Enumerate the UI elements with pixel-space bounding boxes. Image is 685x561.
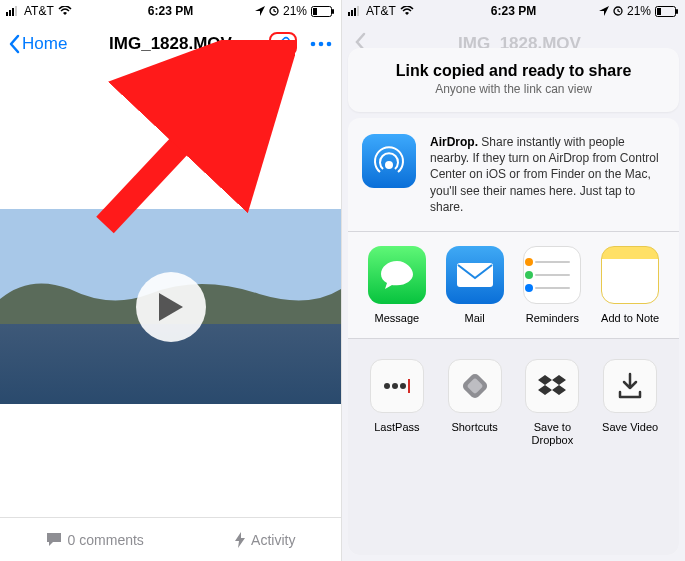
svg-rect-15 bbox=[357, 6, 359, 16]
app-label: Reminders bbox=[526, 312, 579, 324]
message-icon bbox=[368, 246, 426, 304]
airdrop-row[interactable]: AirDrop. Share instantly with people nea… bbox=[348, 118, 679, 231]
svg-rect-12 bbox=[348, 12, 350, 16]
action-label: Save Video bbox=[602, 421, 658, 434]
play-button[interactable] bbox=[136, 272, 206, 342]
back-label: Home bbox=[22, 34, 67, 54]
share-app-reminders[interactable]: Reminders bbox=[514, 246, 592, 324]
svg-rect-3 bbox=[15, 6, 17, 16]
lastpass-icon bbox=[370, 359, 424, 413]
wifi-icon bbox=[58, 6, 72, 16]
action-label: LastPass bbox=[374, 421, 419, 434]
battery-icon bbox=[655, 6, 679, 17]
alarm-icon bbox=[269, 6, 279, 16]
reminders-icon bbox=[523, 246, 581, 304]
action-label: Save to Dropbox bbox=[514, 421, 592, 447]
action-label: Shortcuts bbox=[451, 421, 497, 434]
dropbox-icon bbox=[525, 359, 579, 413]
comments-label: 0 comments bbox=[68, 532, 144, 548]
battery-pct: 21% bbox=[283, 4, 307, 18]
svg-point-8 bbox=[311, 42, 316, 47]
mail-icon bbox=[446, 246, 504, 304]
notes-icon bbox=[601, 246, 659, 304]
comment-icon bbox=[46, 532, 62, 547]
nav-bar: Home IMG_1828.MOV bbox=[0, 22, 341, 66]
link-copied-toast: Link copied and ready to share Anyone wi… bbox=[348, 48, 679, 112]
battery-pct: 21% bbox=[627, 4, 651, 18]
wifi-icon bbox=[400, 6, 414, 16]
svg-point-9 bbox=[319, 42, 324, 47]
airdrop-icon bbox=[362, 134, 416, 188]
svg-line-11 bbox=[105, 60, 260, 225]
carrier-label: AT&T bbox=[366, 4, 396, 18]
copy-link-button[interactable] bbox=[269, 32, 297, 56]
signal-icon bbox=[6, 6, 20, 16]
status-bar: AT&T 6:23 PM 21% bbox=[342, 0, 685, 22]
share-actions-row: LastPass Shortcuts Save to Dropbox Save … bbox=[348, 339, 679, 555]
app-label: Add to Note bbox=[601, 312, 659, 324]
location-icon bbox=[599, 6, 609, 16]
battery-icon bbox=[311, 6, 335, 17]
action-save-video[interactable]: Save Video bbox=[591, 359, 669, 541]
location-icon bbox=[255, 6, 265, 16]
more-button[interactable] bbox=[309, 41, 333, 47]
svg-point-20 bbox=[385, 161, 393, 169]
svg-rect-21 bbox=[457, 263, 493, 287]
svg-rect-25 bbox=[408, 379, 410, 393]
bolt-icon bbox=[235, 532, 245, 548]
svg-rect-6 bbox=[332, 9, 334, 14]
phone-left-file-view: AT&T 6:23 PM 21% Home IMG_1828.MOV bbox=[0, 0, 342, 561]
svg-point-22 bbox=[384, 383, 390, 389]
carrier-label: AT&T bbox=[24, 4, 54, 18]
svg-point-10 bbox=[327, 42, 332, 47]
phone-right-share-sheet: AT&T 6:23 PM 21% IMG_1828.MOV Link copie… bbox=[342, 0, 685, 561]
comments-button[interactable]: 0 comments bbox=[46, 532, 144, 548]
svg-point-24 bbox=[400, 383, 406, 389]
svg-rect-19 bbox=[657, 8, 661, 15]
video-thumbnail[interactable] bbox=[0, 209, 341, 404]
download-icon bbox=[603, 359, 657, 413]
action-lastpass[interactable]: LastPass bbox=[358, 359, 436, 541]
back-button[interactable]: Home bbox=[8, 34, 67, 54]
share-app-mail[interactable]: Mail bbox=[436, 246, 514, 324]
svg-rect-14 bbox=[354, 8, 356, 16]
svg-rect-18 bbox=[676, 9, 678, 14]
action-shortcuts[interactable]: Shortcuts bbox=[436, 359, 514, 541]
alarm-icon bbox=[613, 6, 623, 16]
share-app-notes[interactable]: Add to Note bbox=[591, 246, 669, 324]
app-label: Mail bbox=[465, 312, 485, 324]
toast-sub: Anyone with the link can view bbox=[358, 82, 669, 96]
svg-rect-1 bbox=[9, 10, 11, 16]
share-app-message[interactable]: Message bbox=[358, 246, 436, 324]
signal-icon bbox=[348, 6, 362, 16]
bottom-toolbar: 0 comments Activity bbox=[0, 517, 341, 561]
share-sheet: AirDrop. Share instantly with people nea… bbox=[348, 118, 679, 555]
svg-rect-13 bbox=[351, 10, 353, 16]
activity-label: Activity bbox=[251, 532, 295, 548]
app-label: Message bbox=[375, 312, 420, 324]
svg-rect-0 bbox=[6, 12, 8, 16]
toast-title: Link copied and ready to share bbox=[358, 62, 669, 80]
action-dropbox[interactable]: Save to Dropbox bbox=[514, 359, 592, 541]
shortcuts-icon bbox=[448, 359, 502, 413]
svg-rect-2 bbox=[12, 8, 14, 16]
activity-button[interactable]: Activity bbox=[235, 532, 295, 548]
link-icon bbox=[274, 35, 292, 53]
svg-point-23 bbox=[392, 383, 398, 389]
svg-rect-7 bbox=[313, 8, 317, 15]
status-bar: AT&T 6:23 PM 21% bbox=[0, 0, 341, 22]
share-apps-row: Message Mail Reminders Add to Note bbox=[348, 232, 679, 338]
airdrop-text: AirDrop. Share instantly with people nea… bbox=[430, 134, 665, 215]
